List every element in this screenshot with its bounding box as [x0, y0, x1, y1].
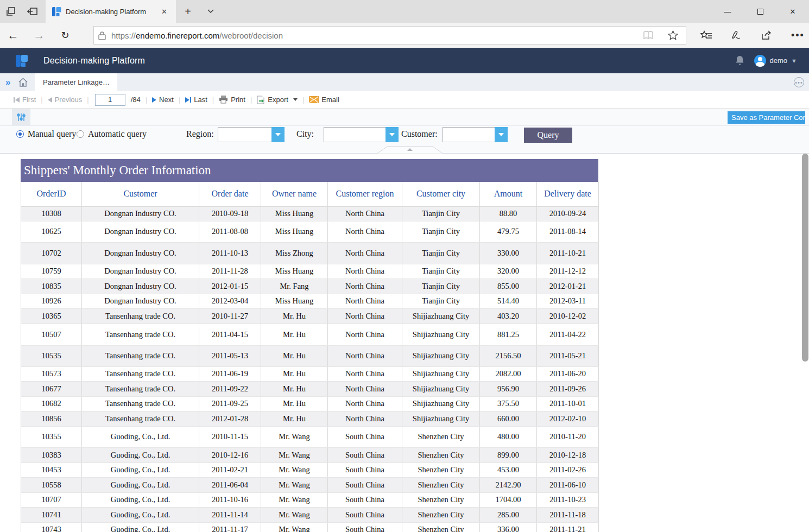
table-cell: 2010-11-27 [199, 308, 261, 324]
table-cell: 2011-06-19 [199, 366, 261, 381]
city-dropdown[interactable] [324, 127, 399, 142]
next-page-button[interactable]: Next [152, 96, 174, 104]
forward-button[interactable]: → [26, 29, 52, 42]
previous-page-button[interactable]: Previous [48, 96, 83, 104]
close-button[interactable]: ✕ [776, 0, 809, 23]
table-cell: Guoding, Co., Ltd. [82, 522, 199, 532]
back-button[interactable]: ← [0, 29, 26, 42]
table-cell: 2011-10-13 [199, 242, 261, 264]
app-title: Decision-making Platform [43, 56, 145, 66]
table-cell: 10558 [21, 477, 82, 492]
maximize-button[interactable] [744, 0, 776, 23]
table-cell: North China [328, 294, 402, 308]
table-cell: Guoding, Co., Ltd. [82, 426, 199, 447]
automatic-query-radio[interactable] [77, 130, 84, 138]
page-number-input[interactable] [95, 94, 125, 106]
more-options-icon[interactable]: ••• [791, 30, 805, 41]
region-dropdown[interactable] [218, 127, 285, 142]
region-dropdown-arrow-icon [271, 127, 285, 142]
new-tab-button[interactable]: + [176, 0, 200, 23]
email-button[interactable]: Email [309, 96, 339, 104]
table-cell: 2012-02-10 [537, 411, 599, 426]
table-cell: 10573 [21, 366, 82, 381]
table-cell: North China [328, 366, 402, 381]
table-cell: Dongnan Industry CO. [82, 206, 199, 221]
browser-titlebar: Decision-making Platform ✕ + — ✕ [0, 0, 809, 23]
print-icon [219, 96, 228, 104]
tab-list-chevron-icon[interactable] [200, 0, 222, 23]
minimize-button[interactable]: — [711, 0, 744, 23]
table-cell: 2010-12-16 [199, 447, 261, 463]
tab-title: Decision-making Platform [66, 8, 158, 16]
table-row: 10507Tansenhang trade CO.2011-04-15Mr. H… [21, 324, 599, 345]
table-row: 10558Guoding, Co., Ltd.2011-06-04Mr. Wan… [21, 477, 599, 492]
finereport-logo [15, 54, 28, 67]
table-cell: 2011-11-18 [537, 507, 599, 522]
table-cell: 2010-09-18 [199, 206, 261, 221]
print-button[interactable]: Print [219, 96, 245, 104]
tab-close-icon[interactable]: ✕ [161, 8, 167, 16]
table-cell: North China [328, 324, 402, 345]
table-cell: Shenzhen City [402, 477, 480, 492]
address-bar[interactable]: https://endemo.finereport.com/webroot/de… [93, 26, 686, 45]
table-cell: 2011-09-25 [199, 396, 261, 411]
table-cell: Tianjin City [402, 242, 480, 264]
annotate-pen-icon[interactable] [731, 30, 743, 40]
table-cell: Mr. Hu [261, 366, 328, 381]
refresh-button[interactable]: ↻ [52, 29, 78, 41]
notification-bell-icon[interactable] [735, 55, 744, 66]
column-header: Owner name [261, 182, 328, 206]
tab-parameter-linkage[interactable]: Parameter Linkage… [35, 73, 117, 91]
scrollbar-thumb[interactable] [802, 154, 808, 362]
save-parameter-button[interactable]: Save as Parameter Cor [728, 111, 805, 124]
table-cell: 2010-11-15 [199, 426, 261, 447]
table-cell: North China [328, 396, 402, 411]
customer-dropdown[interactable] [443, 127, 508, 142]
table-cell: 2011-09-26 [537, 381, 599, 396]
tab-preview-icon[interactable] [0, 0, 22, 23]
user-menu[interactable]: demo ▼ [754, 55, 797, 67]
table-cell: 10741 [21, 507, 82, 522]
table-row: 10702Dongnan Industry CO.2011-10-13Miss … [21, 242, 599, 264]
table-cell: Miss Zhong [261, 242, 328, 264]
browser-window: Decision-making Platform ✕ + — ✕ ← → ↻ h… [0, 0, 809, 532]
reading-view-icon[interactable] [643, 31, 654, 40]
favorite-star-icon[interactable] [668, 30, 678, 40]
export-button[interactable]: Export [257, 96, 298, 104]
query-button[interactable]: Query [524, 128, 572, 143]
table-cell: Tianjin City [402, 264, 480, 278]
column-header: Amount [480, 182, 537, 206]
app-header: Decision-making Platform demo ▼ [0, 48, 809, 73]
first-page-button[interactable]: First [14, 96, 36, 104]
table-cell: Tansenhang trade CO. [82, 308, 199, 324]
table-row: 10835Dongnan Industry CO.2012-01-15Mr. F… [21, 278, 599, 294]
table-cell: Shijiazhuang City [402, 345, 480, 366]
table-cell: 514.40 [480, 294, 537, 308]
share-icon[interactable] [761, 30, 773, 40]
expand-sidebar-icon[interactable]: » [5, 77, 10, 88]
set-tabs-aside-icon[interactable] [22, 0, 43, 23]
table-cell: 2010-09-24 [537, 206, 599, 221]
customer-label: Customer: [401, 129, 438, 139]
scrollbar-track[interactable] [801, 154, 809, 532]
table-cell: 10702 [21, 242, 82, 264]
home-icon[interactable] [18, 78, 28, 87]
tab-overflow-icon[interactable]: ••• [794, 77, 804, 87]
favorites-hub-icon[interactable] [700, 30, 712, 40]
collapse-panel-handle[interactable] [377, 146, 443, 154]
browser-action-icons: ••• [700, 30, 805, 41]
manual-query-radio[interactable] [16, 130, 24, 138]
table-cell: North China [328, 278, 402, 294]
customer-dropdown-arrow-icon [495, 127, 508, 142]
table-cell: Dongnan Industry CO. [82, 221, 199, 242]
table-cell: 10856 [21, 411, 82, 426]
table-cell: North China [328, 206, 402, 221]
table-row: 10625Dongnan Industry CO.2011-08-08Miss … [21, 221, 599, 242]
browser-tab[interactable]: Decision-making Platform ✕ [46, 0, 176, 23]
table-cell: Tansenhang trade CO. [82, 411, 199, 426]
last-page-button[interactable]: Last [185, 96, 207, 104]
table-cell: 480.00 [480, 426, 537, 447]
table-cell: South China [328, 477, 402, 492]
table-header-row: OrderIDCustomerOrder dateOwner nameCusto… [21, 182, 599, 206]
parameter-filter-icon[interactable] [12, 109, 30, 126]
